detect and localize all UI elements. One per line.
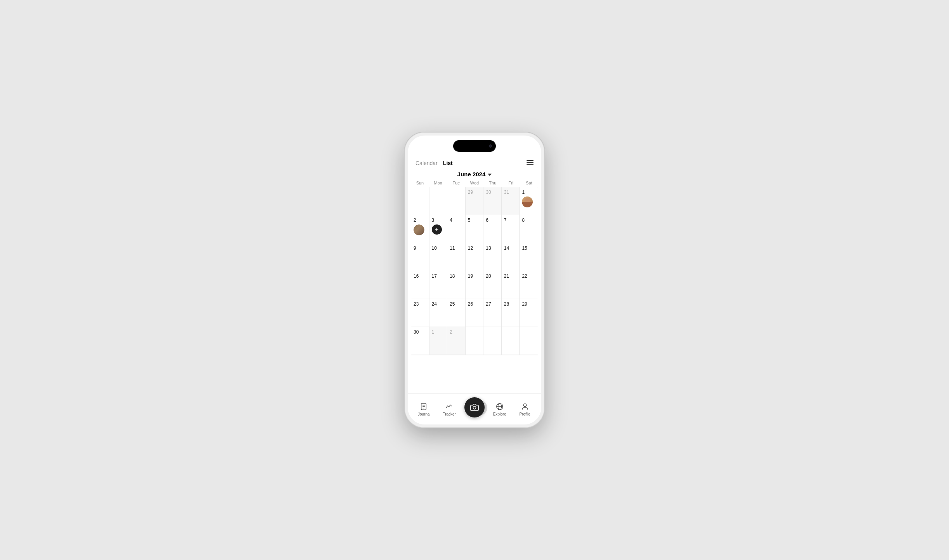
- cal-cell-jun9[interactable]: 9: [411, 243, 429, 271]
- day-header-mon: Mon: [429, 180, 447, 186]
- cal-cell-jun16[interactable]: 16: [411, 271, 429, 299]
- nav-profile[interactable]: Profile: [512, 402, 537, 416]
- cal-cell-jun1[interactable]: 1: [520, 187, 538, 215]
- cal-cell-jun7[interactable]: 7: [502, 215, 520, 243]
- cal-cell-may31[interactable]: 31: [502, 187, 520, 215]
- nav-journal[interactable]: Journal: [412, 402, 437, 416]
- cal-cell-jun15[interactable]: 15: [520, 243, 538, 271]
- avatar-jun1: [522, 197, 533, 207]
- thumb-jun2: [414, 224, 424, 235]
- cal-cell-jun8[interactable]: 8: [520, 215, 538, 243]
- cal-cell-jun18[interactable]: 18: [447, 271, 466, 299]
- nav-tracker[interactable]: Tracker: [437, 402, 462, 416]
- cal-cell-jun25[interactable]: 25: [447, 299, 466, 327]
- day-header-tue: Tue: [447, 180, 466, 186]
- cal-cell-jun19[interactable]: 19: [466, 271, 484, 299]
- nav-explore[interactable]: Explore: [487, 402, 512, 416]
- day-header-wed: Wed: [466, 180, 484, 186]
- profile-icon: [521, 402, 529, 411]
- cal-cell-jun10[interactable]: 10: [429, 243, 448, 271]
- cal-cell-empty-4: [466, 327, 484, 355]
- day-headers: Sun Mon Tue Wed Thu Fri Sat: [411, 180, 538, 186]
- cal-cell-empty-5: [483, 327, 502, 355]
- tracker-label: Tracker: [443, 412, 456, 416]
- day-header-sun: Sun: [411, 180, 429, 186]
- cal-cell-empty-7: [520, 327, 538, 355]
- thumb-img-jun2: [414, 224, 424, 235]
- month-dropdown-arrow: [488, 174, 492, 176]
- profile-label: Profile: [519, 412, 530, 416]
- cal-cell-jun5[interactable]: 5: [466, 215, 484, 243]
- svg-point-7: [523, 403, 526, 406]
- cal-cell-may29[interactable]: 29: [466, 187, 484, 215]
- cal-cell-jun3[interactable]: 3 +: [429, 215, 448, 243]
- cal-cell-jun20[interactable]: 20: [483, 271, 502, 299]
- menu-line-2: [527, 162, 534, 163]
- bottom-nav: Journal Tracker: [408, 393, 541, 424]
- cal-cell-jun4[interactable]: 4: [447, 215, 466, 243]
- explore-label: Explore: [493, 412, 506, 416]
- day-header-thu: Thu: [483, 180, 502, 186]
- screen-content: Calendar List June 2024 Sun Mon: [408, 136, 541, 424]
- cal-cell-jun13[interactable]: 13: [483, 243, 502, 271]
- cal-cell-jun28[interactable]: 28: [502, 299, 520, 327]
- menu-button[interactable]: [527, 160, 534, 165]
- cal-cell-jun22[interactable]: 22: [520, 271, 538, 299]
- cal-cell-jun21[interactable]: 21: [502, 271, 520, 299]
- calendar-grid: 29 30 31 1: [411, 187, 538, 355]
- day-header-sat: Sat: [520, 180, 538, 186]
- cal-cell-jun30[interactable]: 30: [411, 327, 429, 355]
- calendar: Sun Mon Tue Wed Thu Fri Sat 29: [408, 180, 541, 393]
- cal-cell-jun23[interactable]: 23: [411, 299, 429, 327]
- cal-cell-jun14[interactable]: 14: [502, 243, 520, 271]
- cal-cell-empty-6: [502, 327, 520, 355]
- dynamic-island: [453, 140, 496, 152]
- tab-calendar[interactable]: Calendar: [415, 160, 438, 166]
- month-title[interactable]: June 2024: [408, 168, 541, 180]
- cal-cell-jun2[interactable]: 2: [411, 215, 429, 243]
- cal-cell-jun11[interactable]: 11: [447, 243, 466, 271]
- cal-cell-jun24[interactable]: 24: [429, 299, 448, 327]
- add-button-jun3[interactable]: +: [432, 224, 442, 235]
- phone-screen: Calendar List June 2024 Sun Mon: [408, 136, 541, 424]
- cal-cell-jun6[interactable]: 6: [483, 215, 502, 243]
- cal-cell-jun29[interactable]: 29: [520, 299, 538, 327]
- menu-line-1: [527, 160, 534, 161]
- camera-dot: [489, 144, 492, 148]
- cal-cell-empty-2: [429, 187, 448, 215]
- cal-cell-may30[interactable]: 30: [483, 187, 502, 215]
- cal-cell-jun26[interactable]: 26: [466, 299, 484, 327]
- svg-point-4: [473, 406, 476, 409]
- journal-icon: [420, 402, 428, 411]
- cal-cell-jun27[interactable]: 27: [483, 299, 502, 327]
- cal-cell-jul1[interactable]: 1: [429, 327, 448, 355]
- cal-cell-jul2[interactable]: 2: [447, 327, 466, 355]
- menu-line-3: [527, 164, 534, 165]
- tab-list[interactable]: List: [443, 160, 453, 166]
- avatar-face-jun1: [522, 197, 533, 207]
- cal-cell-empty-3: [447, 187, 466, 215]
- phone-frame: Calendar List June 2024 Sun Mon: [405, 132, 544, 428]
- cal-cell-empty-1: [411, 187, 429, 215]
- explore-icon: [495, 402, 504, 411]
- tracker-icon: [445, 402, 454, 411]
- journal-label: Journal: [418, 412, 431, 416]
- header-tabs: Calendar List: [415, 160, 453, 166]
- header: Calendar List: [408, 157, 541, 168]
- cal-cell-jun17[interactable]: 17: [429, 271, 448, 299]
- camera-fab-button[interactable]: [464, 397, 485, 417]
- day-header-fri: Fri: [502, 180, 520, 186]
- cal-cell-jun12[interactable]: 12: [466, 243, 484, 271]
